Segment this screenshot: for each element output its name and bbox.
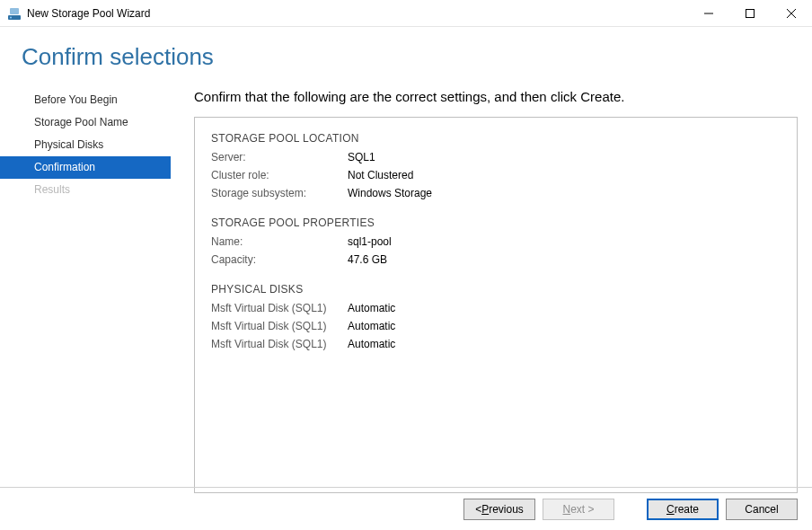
page-heading: Confirm selections (22, 43, 812, 71)
kv-value: Automatic (348, 299, 395, 317)
svg-rect-4 (746, 9, 755, 17)
kv-row: Msft Virtual Disk (SQL1)Automatic (211, 335, 781, 353)
kv-value: Windows Storage (348, 184, 432, 202)
previous-button[interactable]: < Previous (463, 499, 535, 520)
wizard-nav-sidebar: Before You BeginStorage Pool NamePhysica… (0, 85, 171, 493)
storage-wizard-icon (7, 6, 22, 21)
section-title: STORAGE POOL LOCATION (211, 132, 781, 145)
kv-row: Cluster role:Not Clustered (211, 166, 781, 184)
minimize-button[interactable] (688, 0, 729, 27)
maximize-button[interactable] (729, 0, 771, 27)
wizard-nav-item-label: Before You Begin (34, 93, 118, 106)
kv-label: Msft Virtual Disk (SQL1) (211, 317, 348, 335)
page-heading-area: Confirm selections (0, 27, 812, 85)
confirm-section: STORAGE POOL LOCATIONServer:SQL1Cluster … (211, 132, 781, 202)
kv-row: Capacity:47.6 GB (211, 251, 781, 269)
previous-rest: revious (489, 503, 524, 516)
wizard-nav-item[interactable]: Confirmation (0, 156, 171, 179)
next-rest: ext > (570, 503, 594, 516)
kv-label: Msft Virtual Disk (SQL1) (211, 299, 348, 317)
next-button: Next > (543, 499, 614, 520)
kv-value: Automatic (348, 317, 395, 335)
kv-value: 47.6 GB (348, 251, 387, 269)
svg-point-2 (10, 16, 12, 18)
kv-value: sql1-pool (348, 233, 392, 251)
kv-label: Storage subsystem: (211, 184, 348, 202)
wizard-footer: < Previous Next > Create Cancel (0, 487, 812, 530)
window-title: New Storage Pool Wizard (27, 7, 150, 20)
wizard-nav-item[interactable]: Physical Disks (0, 134, 171, 156)
confirm-section: PHYSICAL DISKSMsft Virtual Disk (SQL1)Au… (211, 283, 781, 353)
cancel-button[interactable]: Cancel (726, 499, 798, 520)
create-button[interactable]: Create (647, 499, 719, 520)
kv-label: Msft Virtual Disk (SQL1) (211, 335, 348, 353)
create-mnemonic: C (666, 503, 675, 516)
kv-row: Storage subsystem:Windows Storage (211, 184, 781, 202)
kv-value: SQL1 (348, 148, 375, 166)
wizard-nav-item-label: Storage Pool Name (34, 116, 128, 128)
wizard-nav-item-label: Results (34, 183, 70, 196)
kv-label: Cluster role: (211, 166, 348, 184)
kv-value: Not Clustered (348, 166, 413, 184)
wizard-nav-item[interactable]: Before You Begin (0, 89, 171, 111)
kv-row: Name:sql1-pool (211, 233, 781, 251)
kv-label: Capacity: (211, 251, 348, 269)
next-mnemonic: N (562, 503, 570, 516)
wizard-nav-item-label: Confirmation (34, 161, 95, 173)
kv-row: Msft Virtual Disk (SQL1)Automatic (211, 299, 781, 317)
kv-row: Server:SQL1 (211, 148, 781, 166)
svg-rect-1 (10, 8, 19, 14)
kv-label: Name: (211, 233, 348, 251)
kv-label: Server: (211, 148, 348, 166)
kv-value: Automatic (348, 335, 395, 353)
close-button[interactable] (771, 0, 812, 27)
previous-mnemonic: P (481, 503, 489, 516)
section-title: PHYSICAL DISKS (211, 283, 781, 296)
wizard-nav-item-label: Physical Disks (34, 138, 103, 151)
title-bar: New Storage Pool Wizard (0, 0, 812, 27)
section-title: STORAGE POOL PROPERTIES (211, 216, 781, 229)
previous-prefix: < (475, 503, 481, 516)
confirm-section: STORAGE POOL PROPERTIESName:sql1-poolCap… (211, 216, 781, 269)
instruction-text: Confirm that the following are the corre… (194, 89, 798, 104)
cancel-label: Cancel (745, 503, 778, 516)
wizard-nav-item[interactable]: Storage Pool Name (0, 111, 171, 134)
confirm-content-box: STORAGE POOL LOCATIONServer:SQL1Cluster … (194, 117, 798, 493)
kv-row: Msft Virtual Disk (SQL1)Automatic (211, 317, 781, 335)
create-rest: reate (675, 503, 699, 516)
wizard-nav-item: Results (0, 179, 171, 201)
